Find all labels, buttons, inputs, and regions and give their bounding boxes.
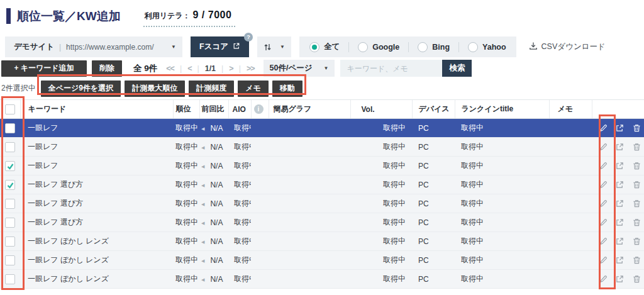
fscore-button[interactable]: Fスコア ?	[191, 36, 249, 57]
keyword-table: キーワード 順位 前回比 AIO i 簡易グラフ Vol. デバイス ランクイン…	[0, 99, 644, 289]
external-link-icon[interactable]	[615, 237, 625, 246]
prev-value: N/A	[210, 124, 223, 133]
edit-pencil-icon[interactable]	[599, 123, 608, 133]
device-cell: PC	[412, 213, 455, 232]
info-icon[interactable]: i	[254, 104, 264, 114]
engine-radio-全て[interactable]: 全て	[309, 42, 340, 52]
trash-icon[interactable]	[632, 255, 641, 265]
radio-icon	[418, 42, 428, 52]
select-all-checkbox[interactable]	[5, 104, 15, 114]
row-actions	[592, 213, 644, 232]
row-checkbox[interactable]	[5, 218, 15, 228]
radio-label: Yahoo	[482, 43, 506, 52]
bulk-action-button[interactable]: 移動	[272, 81, 303, 97]
help-badge-icon[interactable]: ?	[244, 33, 253, 42]
page-size-label: 50件/ページ	[270, 63, 313, 74]
search-button[interactable]: 検索	[442, 60, 472, 77]
trash-icon[interactable]	[632, 161, 641, 170]
page-size-dropdown[interactable]: 50件/ページ ▼	[264, 60, 335, 77]
external-link-icon[interactable]	[615, 274, 625, 284]
edit-pencil-icon[interactable]	[599, 180, 608, 189]
csv-download-link[interactable]: CSVダウンロード	[529, 36, 606, 57]
row-actions	[592, 138, 644, 157]
pagination: << | < | 1/1 | > | >>	[166, 64, 254, 73]
delete-button[interactable]: 削除	[92, 60, 122, 77]
trash-icon[interactable]	[632, 123, 641, 133]
prev-page-button[interactable]: <	[187, 64, 191, 73]
external-link-icon[interactable]	[615, 218, 625, 227]
external-link-icon[interactable]	[615, 142, 625, 152]
next-page-button[interactable]: >	[229, 64, 233, 73]
graph-cell	[269, 157, 350, 175]
edit-pencil-icon[interactable]	[599, 199, 608, 208]
external-link-icon[interactable]	[615, 123, 625, 133]
selection-row: 2件選択中 全ページ9件を選択計測最大順位計測頻度メモ移動	[0, 79, 644, 98]
keyword-cell: 一眼レフ ぼかし レンズ	[20, 232, 173, 251]
external-link-icon[interactable]	[615, 180, 625, 189]
add-keyword-button[interactable]: + キーワード追加	[1, 60, 87, 77]
filter-toolbar: デモサイト | https://www.example.com/ ▼ Fスコア …	[5, 36, 644, 57]
engine-radio-Yahoo[interactable]: Yahoo	[468, 42, 506, 52]
external-link-icon[interactable]	[615, 161, 625, 170]
aio-cell: 取得中	[228, 232, 251, 251]
row-actions	[592, 175, 644, 194]
bulk-action-button[interactable]: 全ページ9件を選択	[41, 81, 121, 97]
trend-triangle-icon: ◀	[201, 164, 204, 169]
trend-triangle-icon: ◀	[201, 145, 204, 150]
external-link-icon[interactable]	[615, 199, 625, 208]
row-actions	[592, 251, 644, 270]
engine-radio-group: 全てGoogleBingYahoo	[299, 36, 516, 57]
prev-cell: ◀N/A	[199, 213, 228, 232]
trash-icon[interactable]	[632, 199, 641, 208]
engine-radio-Google[interactable]: Google	[358, 42, 399, 52]
prev-cell: ◀N/A	[199, 194, 228, 213]
edit-pencil-icon[interactable]	[599, 142, 608, 152]
site-selector-dropdown[interactable]: デモサイト | https://www.example.com/ ▼	[5, 36, 182, 57]
trend-triangle-icon: ◀	[201, 202, 204, 206]
bulk-action-button[interactable]: メモ	[238, 81, 269, 97]
volume-cell: 取得中	[350, 194, 412, 213]
bulk-action-button[interactable]: 計測頻度	[189, 81, 234, 97]
prev-value: N/A	[210, 256, 223, 265]
total-count-label: 全 9件	[133, 63, 157, 74]
row-checkbox[interactable]	[5, 180, 15, 190]
search-input[interactable]	[340, 60, 442, 77]
memo-cell	[549, 251, 592, 270]
row-checkbox[interactable]	[5, 161, 15, 171]
aio-cell: 取得中	[228, 251, 251, 270]
rankin-title-cell: 取得中	[455, 270, 549, 289]
site-url: https://www.example.com/	[66, 43, 166, 52]
edit-pencil-icon[interactable]	[599, 237, 608, 246]
edit-pencil-icon[interactable]	[599, 274, 608, 284]
trash-icon[interactable]	[632, 218, 641, 227]
prev-value: N/A	[210, 162, 223, 170]
sort-order-button[interactable]: ▼	[257, 36, 291, 57]
aio-cell: 取得中	[228, 157, 251, 175]
bulk-action-button[interactable]: 計測最大順位	[125, 81, 185, 97]
table-row: 一眼レフ 選び方 取得中 ◀N/A 取得中 取得中 PC 取得中	[0, 213, 644, 232]
row-checkbox[interactable]	[5, 255, 15, 265]
header-rank: 順位	[173, 100, 199, 119]
trash-icon[interactable]	[632, 237, 641, 246]
last-page-button[interactable]: >>	[247, 64, 255, 73]
trash-icon[interactable]	[632, 180, 641, 189]
trash-icon[interactable]	[632, 142, 641, 152]
trash-icon[interactable]	[632, 274, 641, 284]
engine-radio-Bing[interactable]: Bing	[418, 42, 450, 52]
rank-cell: 取得中	[173, 157, 199, 175]
external-link-icon[interactable]	[615, 255, 625, 265]
row-checkbox[interactable]	[5, 274, 15, 284]
edit-pencil-icon[interactable]	[599, 255, 608, 265]
memo-cell	[549, 213, 592, 232]
row-checkbox[interactable]	[5, 142, 15, 152]
table-row: 一眼レフ 選び方 取得中 ◀N/A 取得中 取得中 PC 取得中	[0, 175, 644, 194]
row-checkbox[interactable]	[5, 123, 15, 133]
edit-pencil-icon[interactable]	[599, 218, 608, 227]
info-spacer-cell	[251, 119, 269, 138]
radio-label: Google	[372, 43, 399, 52]
first-page-button[interactable]: <<	[166, 64, 174, 73]
row-checkbox[interactable]	[5, 237, 15, 247]
edit-pencil-icon[interactable]	[599, 161, 608, 170]
info-spacer-cell	[251, 270, 269, 289]
row-checkbox[interactable]	[5, 199, 15, 209]
